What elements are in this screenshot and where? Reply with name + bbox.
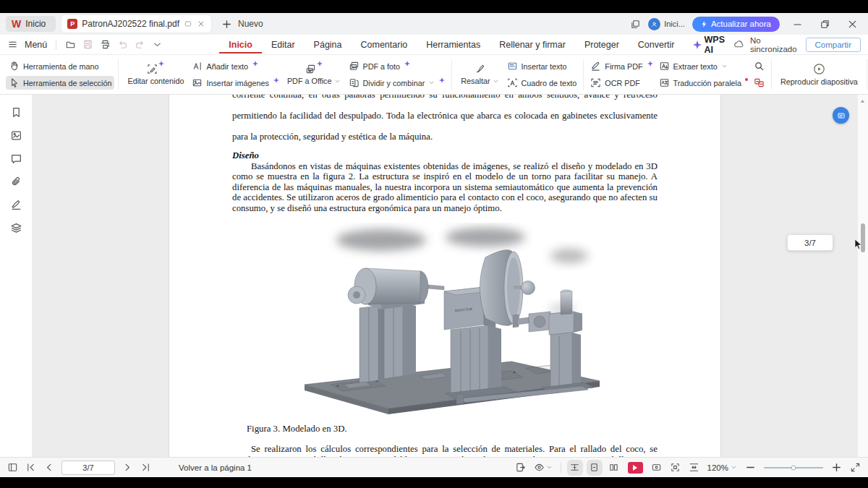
two-page-button[interactable] bbox=[608, 462, 620, 474]
home-tab[interactable]: W Inicio bbox=[6, 16, 56, 32]
play-slideshow-button[interactable]: Reproducir diapositiva bbox=[775, 58, 863, 91]
comments-icon[interactable] bbox=[10, 153, 22, 165]
last-page-icon[interactable] bbox=[140, 462, 151, 473]
tab-wps-ai[interactable]: WPS AI bbox=[684, 35, 733, 55]
split-merge-label: Dividir y combinar bbox=[363, 79, 425, 87]
fit-width-bottom-icon[interactable] bbox=[689, 462, 699, 473]
zoom-slider[interactable] bbox=[764, 467, 823, 468]
extract-text-button[interactable]: Extraer texto bbox=[656, 59, 751, 73]
divider bbox=[867, 59, 867, 90]
minimize-button[interactable] bbox=[787, 16, 807, 32]
thumbnails-icon[interactable] bbox=[10, 129, 22, 142]
split-merge-icon bbox=[349, 77, 359, 88]
tab-editar[interactable]: Editar bbox=[262, 36, 305, 53]
hamburger-menu-icon[interactable] bbox=[7, 39, 18, 50]
sparkle-icon bbox=[647, 61, 653, 67]
save-icon[interactable] bbox=[82, 39, 93, 50]
parallel-translation-button[interactable]: Traducción paralela bbox=[656, 76, 751, 90]
floating-translate-button[interactable] bbox=[833, 107, 849, 124]
divider bbox=[118, 59, 119, 90]
pdf-to-word-icon bbox=[305, 64, 316, 74]
single-page-button[interactable] bbox=[589, 462, 600, 474]
previous-page-icon[interactable] bbox=[43, 462, 54, 473]
slideshow-settings-icon[interactable] bbox=[651, 462, 662, 473]
fullscreen-icon[interactable] bbox=[850, 462, 861, 473]
edit-content-button[interactable]: Editar contenido bbox=[122, 58, 189, 91]
undo-icon[interactable] bbox=[117, 39, 128, 50]
next-page-icon[interactable] bbox=[122, 462, 133, 473]
tab-comentario[interactable]: Comentario bbox=[352, 36, 417, 53]
menu-label[interactable]: Menú bbox=[25, 40, 47, 50]
tab-herramientas[interactable]: Herramientas bbox=[417, 36, 490, 53]
insert-text-button[interactable]: Insertar texto bbox=[504, 59, 580, 73]
tab-pagina[interactable]: Página bbox=[305, 36, 352, 53]
redo-icon[interactable] bbox=[135, 39, 145, 50]
tab-comment-icon[interactable] bbox=[184, 20, 192, 28]
menubar-right: No sincronizado Compartir bbox=[733, 36, 861, 53]
document-viewport[interactable]: corriente continua, en otras palabras pe… bbox=[33, 95, 868, 457]
window-layout-icon[interactable] bbox=[630, 19, 641, 30]
image-icon bbox=[192, 77, 203, 88]
scroll-up-arrow[interactable] bbox=[860, 99, 865, 103]
tab-proteger[interactable]: Proteger bbox=[575, 36, 629, 53]
open-folder-icon[interactable] bbox=[65, 39, 76, 50]
text-box-button[interactable]: Cuadro de texto bbox=[504, 76, 580, 90]
sparkle-icon bbox=[404, 61, 410, 67]
back-to-page-link[interactable]: Volver a la página 1 bbox=[179, 463, 252, 472]
bilingual-translate-button[interactable] bbox=[751, 76, 767, 90]
zoom-minus-icon[interactable] bbox=[745, 462, 756, 473]
zoom-dropdown-bottom[interactable]: 120% bbox=[707, 463, 737, 472]
chevron-down-icon[interactable] bbox=[152, 39, 163, 50]
share-button[interactable]: Compartir bbox=[806, 38, 861, 52]
tab-close-icon[interactable] bbox=[197, 20, 205, 28]
bookmarks-icon[interactable] bbox=[10, 106, 22, 119]
divider bbox=[451, 59, 452, 90]
toggle-sidebar-icon[interactable] bbox=[7, 462, 18, 473]
statusbar-left: 3/7 Volver a la página 1 bbox=[7, 461, 252, 475]
insert-images-button[interactable]: Insertar imágenes bbox=[189, 76, 281, 90]
cloud-sync-icon[interactable] bbox=[733, 39, 744, 50]
insert-text-label: Insertar texto bbox=[522, 62, 567, 71]
highlight-button[interactable]: Resaltar bbox=[456, 58, 503, 91]
pdf-to-office-button[interactable]: PDF a Office bbox=[282, 58, 346, 91]
tab-inicio[interactable]: Inicio bbox=[219, 36, 262, 53]
account-button[interactable]: Inici... bbox=[648, 18, 685, 30]
signature-panel-icon[interactable] bbox=[10, 199, 22, 211]
update-now-button[interactable]: Actualizar ahora bbox=[692, 17, 780, 32]
play-slideshow-label: Reproducir diapositiva bbox=[780, 77, 858, 86]
close-button[interactable] bbox=[842, 16, 862, 32]
page-text: corriente continua, en otras palabras pe… bbox=[232, 95, 658, 457]
figure-caption: Figura 3. Modelado en 3D. bbox=[247, 424, 658, 435]
search-button[interactable] bbox=[751, 59, 767, 73]
hand-tool-button[interactable]: Herramienta de mano bbox=[6, 59, 114, 73]
add-text-button[interactable]: Añadir texto bbox=[189, 59, 281, 73]
fit-screen-icon[interactable] bbox=[670, 462, 681, 473]
page-number-input[interactable]: 3/7 bbox=[61, 461, 115, 475]
read-mode-button[interactable] bbox=[534, 462, 553, 473]
translate-doc-icon bbox=[659, 77, 670, 88]
chevron-down-icon bbox=[334, 78, 341, 85]
scrollbar-gutter[interactable] bbox=[858, 95, 868, 457]
first-page-icon[interactable] bbox=[25, 462, 36, 473]
export-annotations-icon[interactable] bbox=[515, 462, 526, 473]
attachment-icon[interactable] bbox=[10, 176, 22, 188]
tab-rellenar-y-firmar[interactable]: Rellenar y firmar bbox=[490, 36, 575, 53]
layers-icon[interactable] bbox=[10, 222, 22, 234]
pdf-to-photo-button[interactable]: PDF a foto bbox=[346, 59, 448, 73]
new-tab-button[interactable]: Nuevo bbox=[221, 19, 263, 30]
print-icon[interactable] bbox=[100, 39, 111, 50]
continuous-scroll-button[interactable] bbox=[569, 462, 581, 474]
restore-button[interactable] bbox=[814, 16, 835, 32]
sign-pdf-button[interactable]: Firma PDF bbox=[587, 59, 655, 73]
tab-convertir[interactable]: Convertir bbox=[629, 36, 684, 53]
zoom-slider-handle[interactable] bbox=[791, 465, 796, 470]
main-area: corriente continua, en otras palabras pe… bbox=[0, 95, 868, 457]
pdf-page[interactable]: corriente continua, en otras palabras pe… bbox=[169, 95, 721, 457]
split-merge-button[interactable]: Dividir y combinar bbox=[346, 76, 448, 90]
zoom-plus-icon[interactable] bbox=[831, 462, 842, 473]
selection-tool-button[interactable]: Herramienta de selección bbox=[6, 76, 114, 90]
play-presentation-button[interactable] bbox=[628, 462, 643, 474]
ocr-pdf-button[interactable]: OCR PDF bbox=[587, 76, 655, 90]
document-tab[interactable]: P PatronAJ202522 final.pdf bbox=[61, 15, 211, 33]
plus-icon bbox=[221, 19, 232, 30]
